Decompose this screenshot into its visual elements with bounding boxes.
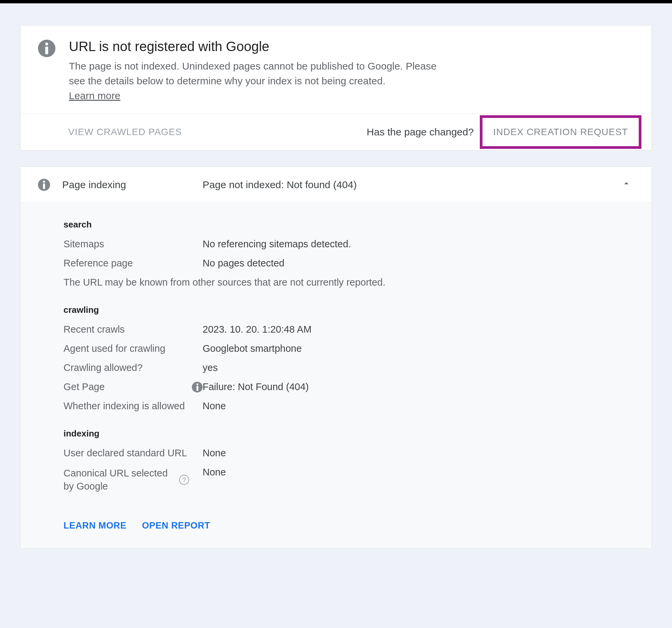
page-indexing-card: Page indexing Page not indexed: Not foun… bbox=[20, 167, 652, 549]
sitemaps-value: No referencing sitemaps detected. bbox=[202, 239, 351, 250]
learn-more-link[interactable]: Learn more bbox=[69, 90, 120, 101]
recent-crawls-value: 2023. 10. 20. 1:20:48 AM bbox=[202, 324, 311, 335]
chevron-up-icon[interactable] bbox=[621, 178, 631, 191]
svg-point-4 bbox=[196, 383, 198, 385]
section-heading-indexing: indexing bbox=[64, 428, 631, 439]
view-crawled-pages-button[interactable]: VIEW CRAWLED PAGES bbox=[68, 127, 182, 138]
svg-point-0 bbox=[45, 43, 48, 46]
user-canonical-label: User declared standard URL bbox=[64, 448, 202, 459]
svg-rect-1 bbox=[45, 47, 48, 54]
status-desc: The page is not indexed. Unindexed pages… bbox=[69, 59, 455, 88]
info-icon bbox=[38, 40, 55, 57]
crawl-allowed-label: Crawling allowed? bbox=[64, 362, 202, 373]
get-page-label: Get Page bbox=[64, 381, 202, 392]
user-canonical-value: None bbox=[202, 448, 226, 459]
info-icon bbox=[38, 179, 50, 191]
panel-status: Page not indexed: Not found (404) bbox=[202, 179, 357, 191]
svg-point-2 bbox=[43, 180, 45, 183]
svg-rect-3 bbox=[43, 184, 45, 189]
page-changed-label: Has the page changed? bbox=[366, 126, 474, 138]
section-heading-crawling: crawling bbox=[64, 305, 631, 315]
learn-more-button[interactable]: LEARN MORE bbox=[64, 521, 127, 531]
sitemaps-label: Sitemaps bbox=[64, 239, 202, 250]
recent-crawls-label: Recent crawls bbox=[64, 324, 202, 335]
crawl-agent-label: Agent used for crawling bbox=[64, 343, 202, 354]
open-report-button[interactable]: OPEN REPORT bbox=[142, 521, 210, 531]
url-status-card: URL is not registered with Google The pa… bbox=[20, 25, 652, 150]
status-title: URL is not registered with Google bbox=[69, 39, 455, 54]
help-icon[interactable]: ? bbox=[179, 475, 189, 485]
panel-title: Page indexing bbox=[62, 179, 202, 191]
indexing-allowed-value: None bbox=[202, 401, 226, 412]
reference-page-value: No pages detected bbox=[202, 258, 284, 269]
index-creation-request-button[interactable]: INDEX CREATION REQUEST bbox=[493, 127, 628, 137]
crawl-allowed-value: yes bbox=[202, 362, 218, 373]
index-creation-request-highlight: INDEX CREATION REQUEST bbox=[480, 115, 642, 149]
page-indexing-header[interactable]: Page indexing Page not indexed: Not foun… bbox=[21, 167, 651, 202]
get-page-value: Failure: Not Found (404) bbox=[202, 381, 309, 392]
info-icon[interactable] bbox=[192, 382, 202, 392]
section-heading-search: search bbox=[64, 219, 631, 230]
google-canonical-value: None bbox=[202, 467, 226, 478]
crawl-agent-value: Googlebot smartphone bbox=[202, 343, 302, 354]
search-note: The URL may be known from other sources … bbox=[64, 277, 631, 288]
svg-rect-5 bbox=[196, 386, 198, 390]
indexing-allowed-label: Whether indexing is allowed bbox=[64, 401, 202, 412]
reference-page-label: Reference page bbox=[64, 258, 202, 269]
google-canonical-label: Canonical URL selected by Google ? bbox=[64, 467, 202, 493]
